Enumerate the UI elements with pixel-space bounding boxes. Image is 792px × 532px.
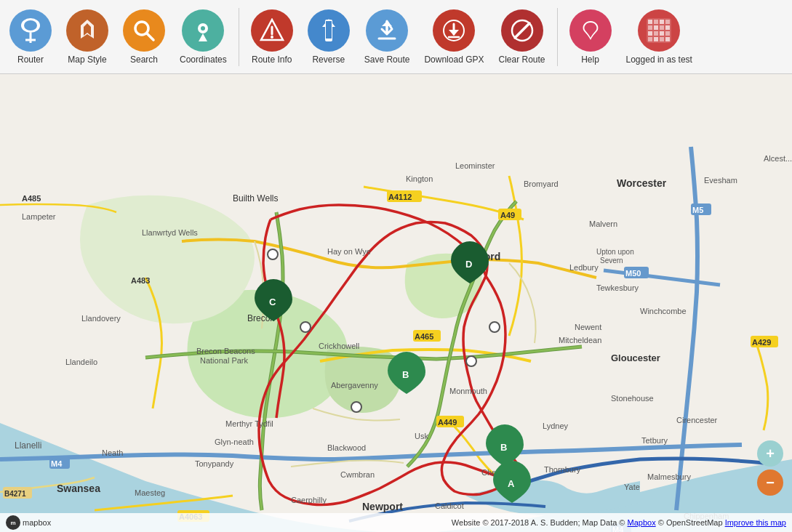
- svg-text:Bromyard: Bromyard: [524, 180, 559, 188]
- svg-text:B: B: [500, 442, 507, 453]
- svg-rect-43: [665, 37, 670, 41]
- clear-route-label: Clear Route: [498, 55, 545, 65]
- router-icon: [9, 9, 52, 52]
- svg-text:Malvern: Malvern: [589, 219, 617, 228]
- login-icon: [638, 9, 680, 52]
- toolbar-save-route[interactable]: Save Route: [359, 3, 416, 71]
- toolbar-router[interactable]: Router: [4, 3, 57, 71]
- help-icon: [569, 9, 612, 52]
- improve-link[interactable]: Improve this map: [725, 518, 786, 527]
- svg-point-126: [268, 249, 278, 259]
- router-label: Router: [17, 55, 44, 65]
- svg-line-26: [515, 23, 529, 38]
- svg-point-10: [201, 26, 205, 31]
- mapbox-text: mapbox: [23, 518, 51, 527]
- svg-text:Kington: Kington: [406, 174, 433, 183]
- svg-rect-29: [654, 20, 658, 24]
- save-route-icon: [366, 9, 408, 52]
- svg-marker-23: [449, 30, 459, 36]
- svg-text:Winchcombe: Winchcombe: [640, 307, 687, 315]
- svg-text:Cirencester: Cirencester: [676, 416, 718, 424]
- svg-point-127: [300, 322, 311, 332]
- svg-text:Llanwrtyd Wells: Llanwrtyd Wells: [142, 228, 198, 237]
- svg-rect-35: [665, 25, 670, 30]
- toolbar-map-style[interactable]: Map Style: [60, 3, 114, 71]
- toolbar-login[interactable]: Logged in as test: [620, 3, 698, 71]
- svg-rect-42: [660, 37, 664, 41]
- svg-text:Monmouth: Monmouth: [449, 387, 487, 395]
- svg-text:A429: A429: [752, 338, 771, 347]
- svg-rect-38: [660, 31, 664, 36]
- svg-text:Thornbury: Thornbury: [544, 465, 581, 474]
- svg-text:Stonehouse: Stonehouse: [611, 394, 654, 403]
- svg-text:Upton upon: Upton upon: [596, 248, 634, 256]
- toolbar-search[interactable]: Search: [117, 3, 171, 71]
- svg-marker-20: [382, 21, 392, 26]
- svg-point-129: [466, 356, 476, 366]
- svg-text:Tonypandy: Tonypandy: [195, 459, 234, 468]
- reverse-label: Reverse: [312, 55, 345, 65]
- toolbar-help[interactable]: Help: [564, 3, 617, 71]
- mapbox-link[interactable]: Mapbox: [628, 518, 656, 527]
- svg-text:Caerphilly: Caerphilly: [291, 496, 327, 504]
- download-gpx-icon: [433, 9, 475, 52]
- copyright-text: Website © 2017-2018 A. S. Budden;: [452, 518, 580, 527]
- svg-text:Llandovery: Llandovery: [81, 314, 121, 323]
- svg-text:Usk: Usk: [415, 432, 428, 440]
- toolbar-coordinates[interactable]: Coordinates: [174, 3, 233, 71]
- statusbar: m mapbox Website © 2017-2018 A. S. Budde…: [0, 513, 792, 532]
- svg-rect-30: [660, 20, 664, 24]
- svg-text:Evesham: Evesham: [704, 176, 737, 185]
- mapbox-logo: m mapbox: [6, 515, 51, 530]
- svg-text:A4112: A4112: [388, 193, 412, 201]
- svg-text:Worcester: Worcester: [617, 177, 667, 189]
- zoom-in-button[interactable]: +: [757, 440, 783, 467]
- svg-text:National Park: National Park: [200, 356, 249, 365]
- svg-line-7: [147, 33, 153, 40]
- toolbar-reverse[interactable]: Reverse: [302, 3, 356, 71]
- svg-text:Merthyr Tydfil: Merthyr Tydfil: [225, 419, 273, 428]
- svg-text:Blackwood: Blackwood: [327, 443, 366, 452]
- svg-text:A449: A449: [438, 418, 457, 427]
- route-info-label: Route Info: [252, 55, 292, 65]
- osm-text: © OpenStreetMap: [658, 518, 723, 527]
- toolbar-route-info[interactable]: Route Info: [245, 3, 299, 71]
- svg-text:D: D: [465, 259, 472, 270]
- toolbar: Router Map Style Search Coordina: [0, 0, 792, 74]
- svg-text:B4271: B4271: [4, 490, 26, 498]
- svg-text:A483: A483: [131, 276, 150, 285]
- svg-point-128: [351, 402, 361, 412]
- svg-text:Lydney: Lydney: [543, 422, 569, 430]
- svg-text:Gloucester: Gloucester: [611, 352, 660, 363]
- svg-text:Neath: Neath: [102, 448, 123, 457]
- svg-text:Swansea: Swansea: [57, 483, 100, 494]
- zoom-out-button[interactable]: −: [757, 469, 783, 496]
- svg-text:Newport: Newport: [362, 501, 403, 512]
- svg-text:B: B: [402, 369, 409, 380]
- route-info-icon: [251, 9, 293, 52]
- svg-text:Hay on Wye: Hay on Wye: [327, 247, 371, 256]
- svg-text:Builth Wells: Builth Wells: [233, 193, 278, 203]
- svg-text:Leominster: Leominster: [455, 161, 495, 170]
- svg-text:Alcest...: Alcest...: [764, 154, 792, 163]
- map-style-label: Map Style: [68, 55, 106, 65]
- svg-text:A49: A49: [500, 211, 515, 219]
- toolbar-sep2: [557, 8, 558, 66]
- mapdata-text: Map Data ©: [583, 518, 625, 527]
- svg-text:Caldicot: Caldicot: [435, 501, 464, 510]
- coordinates-icon: [182, 9, 224, 52]
- download-gpx-label: Download GPX: [424, 55, 484, 65]
- save-route-label: Save Route: [364, 55, 410, 65]
- map-container[interactable]: A485 A483 Builth Wells Llanwrtyd Wells L…: [0, 74, 792, 532]
- svg-text:Llanelli: Llanelli: [15, 440, 41, 451]
- svg-text:M50: M50: [625, 269, 641, 278]
- toolbar-download-gpx[interactable]: Download GPX: [418, 3, 489, 71]
- svg-rect-31: [665, 20, 670, 24]
- svg-text:Tetbury: Tetbury: [641, 436, 668, 445]
- svg-text:A465: A465: [415, 332, 433, 341]
- svg-rect-16: [326, 21, 332, 39]
- toolbar-clear-route[interactable]: Clear Route: [492, 3, 551, 71]
- svg-text:Maesteg: Maesteg: [135, 488, 165, 497]
- svg-text:Abergavenny: Abergavenny: [331, 381, 378, 390]
- mapbox-circle-icon: m: [6, 515, 20, 530]
